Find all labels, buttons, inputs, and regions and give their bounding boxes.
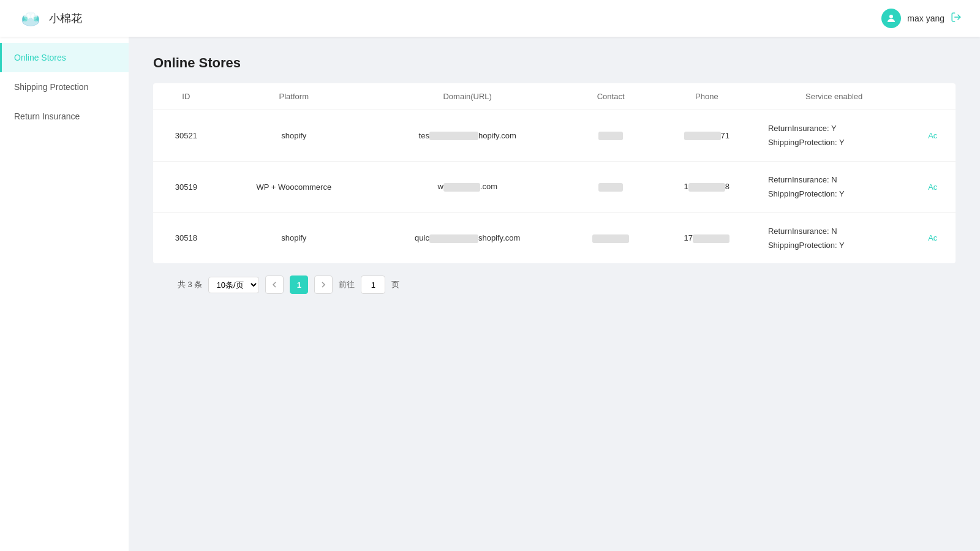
cell-contact	[566, 161, 655, 212]
col-header-phone: Phone	[655, 83, 758, 110]
cell-action[interactable]: Ac	[910, 110, 956, 162]
avatar	[881, 9, 901, 28]
cell-action[interactable]: Ac	[910, 161, 956, 212]
col-header-domain: Domain(URL)	[369, 83, 567, 110]
cell-phone: 18	[655, 161, 758, 212]
cell-contact	[566, 110, 655, 162]
cell-platform: WP + Woocommerce	[219, 161, 369, 212]
pagination: 共 3 条 10条/页 20条/页 50条/页 1 前往 页	[153, 263, 956, 306]
contact-redacted	[598, 132, 623, 140]
header: 小棉花 max yang	[0, 0, 980, 37]
user-area: max yang	[881, 9, 962, 28]
service-line2: ShippingProtection: Y	[768, 238, 900, 252]
phone-redacted	[693, 234, 729, 243]
table-body: 30521shopifyteshopify.com71ReturnInsuran…	[153, 110, 956, 264]
cell-service: ReturnInsurance: NShippingProtection: Y	[758, 161, 910, 212]
sidebar-item-return-insurance[interactable]: Return Insurance	[0, 102, 129, 131]
contact-redacted	[592, 234, 629, 243]
phone-redacted	[684, 132, 721, 140]
cell-contact	[566, 212, 655, 263]
table-row: 30518shopifyquicshopify.com17ReturnInsur…	[153, 212, 956, 263]
goto-suffix: 页	[391, 279, 399, 290]
service-line2: ShippingProtection: Y	[768, 187, 900, 201]
page-title: Online Stores	[153, 55, 956, 71]
action-link[interactable]: Ac	[928, 233, 937, 242]
domain-redacted	[429, 132, 478, 140]
domain-redacted	[429, 234, 478, 243]
cell-id: 30518	[153, 212, 219, 263]
col-header-contact: Contact	[566, 83, 655, 110]
cell-domain: w.com	[369, 161, 567, 212]
cell-phone: 71	[655, 110, 758, 162]
main-content: Online Stores ID Platform Domain(URL) Co…	[129, 37, 980, 551]
cell-platform: shopify	[219, 212, 369, 263]
svg-point-9	[34, 17, 39, 21]
goto-prefix: 前往	[339, 279, 355, 290]
action-link[interactable]: Ac	[928, 182, 937, 192]
action-link[interactable]: Ac	[928, 131, 937, 140]
phone-prefix: 1	[684, 182, 688, 191]
cell-action[interactable]: Ac	[910, 212, 956, 263]
cell-id: 30521	[153, 110, 219, 162]
logout-icon[interactable]	[951, 12, 962, 26]
page-1-button[interactable]: 1	[290, 276, 308, 294]
domain-suffix: .com	[480, 182, 497, 191]
cell-service: ReturnInsurance: NShippingProtection: Y	[758, 212, 910, 263]
cell-service: ReturnInsurance: YShippingProtection: Y	[758, 110, 910, 162]
prev-page-button[interactable]	[265, 276, 284, 294]
domain-prefix: tes	[419, 131, 429, 140]
service-line1: ReturnInsurance: Y	[768, 121, 900, 135]
table-header: ID Platform Domain(URL) Contact Phone Se…	[153, 83, 956, 110]
logo-area: 小棉花	[18, 6, 82, 31]
sidebar-item-shipping-protection[interactable]: Shipping Protection	[0, 72, 129, 102]
col-header-action	[910, 83, 956, 110]
col-header-platform: Platform	[219, 83, 369, 110]
table-row: 30519WP + Woocommercew.com18ReturnInsura…	[153, 161, 956, 212]
sidebar: Online Stores Shipping Protection Return…	[0, 37, 129, 551]
domain-prefix: quic	[415, 233, 429, 242]
phone-suffix: 71	[721, 131, 729, 140]
phone-suffix: 8	[725, 182, 729, 191]
cell-phone: 17	[655, 212, 758, 263]
layout: Online Stores Shipping Protection Return…	[0, 37, 980, 551]
domain-suffix: hopify.com	[478, 131, 516, 140]
total-info: 共 3 条	[178, 279, 202, 290]
page-size-select[interactable]: 10条/页 20条/页 50条/页	[208, 277, 259, 293]
contact-redacted	[598, 183, 623, 192]
svg-point-10	[889, 15, 893, 18]
phone-prefix: 17	[684, 233, 693, 242]
stores-table: ID Platform Domain(URL) Contact Phone Se…	[153, 83, 956, 263]
domain-redacted	[443, 183, 480, 192]
domain-prefix: w	[437, 182, 443, 191]
domain-suffix: shopify.com	[478, 233, 520, 242]
service-line1: ReturnInsurance: N	[768, 224, 900, 238]
logo-icon	[18, 6, 43, 31]
service-line2: ShippingProtection: Y	[768, 135, 900, 149]
goto-input[interactable]	[361, 276, 385, 294]
table-row: 30521shopifyteshopify.com71ReturnInsuran…	[153, 110, 956, 162]
next-page-button[interactable]	[314, 276, 333, 294]
svg-point-8	[23, 17, 28, 21]
phone-redacted	[688, 183, 725, 192]
logo-text: 小棉花	[49, 11, 82, 26]
service-line1: ReturnInsurance: N	[768, 173, 900, 187]
cell-platform: shopify	[219, 110, 369, 162]
col-header-id: ID	[153, 83, 219, 110]
cell-domain: quicshopify.com	[369, 212, 567, 263]
cell-id: 30519	[153, 161, 219, 212]
cell-domain: teshopify.com	[369, 110, 567, 162]
col-header-service: Service enabled	[758, 83, 910, 110]
table-container: ID Platform Domain(URL) Contact Phone Se…	[153, 83, 956, 263]
user-name: max yang	[907, 13, 944, 23]
sidebar-item-online-stores[interactable]: Online Stores	[0, 43, 129, 72]
